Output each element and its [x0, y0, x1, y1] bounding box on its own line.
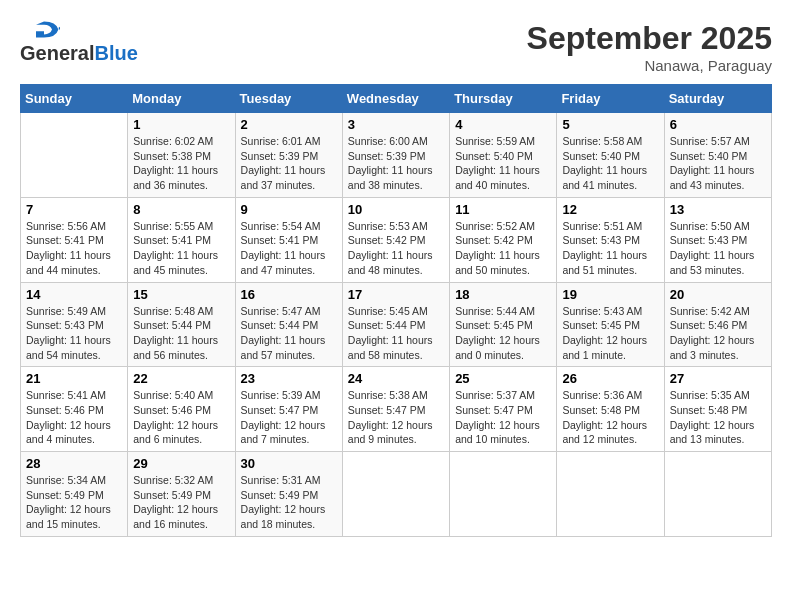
title-area: September 2025 Nanawa, Paraguay: [527, 20, 772, 74]
col-header-friday: Friday: [557, 85, 664, 113]
day-info: Sunrise: 5:40 AM Sunset: 5:46 PM Dayligh…: [133, 388, 229, 447]
day-info: Sunrise: 5:47 AM Sunset: 5:44 PM Dayligh…: [241, 304, 337, 363]
day-info: Sunrise: 5:31 AM Sunset: 5:49 PM Dayligh…: [241, 473, 337, 532]
table-row: 21Sunrise: 5:41 AM Sunset: 5:46 PM Dayli…: [21, 367, 128, 452]
day-info: Sunrise: 5:43 AM Sunset: 5:45 PM Dayligh…: [562, 304, 658, 363]
day-number: 7: [26, 202, 122, 217]
month-title: September 2025: [527, 20, 772, 57]
table-row: 6Sunrise: 5:57 AM Sunset: 5:40 PM Daylig…: [664, 113, 771, 198]
day-number: 20: [670, 287, 766, 302]
day-number: 28: [26, 456, 122, 471]
table-row: 28Sunrise: 5:34 AM Sunset: 5:49 PM Dayli…: [21, 452, 128, 537]
table-row: 23Sunrise: 5:39 AM Sunset: 5:47 PM Dayli…: [235, 367, 342, 452]
day-info: Sunrise: 5:45 AM Sunset: 5:44 PM Dayligh…: [348, 304, 444, 363]
day-info: Sunrise: 5:37 AM Sunset: 5:47 PM Dayligh…: [455, 388, 551, 447]
day-info: Sunrise: 5:58 AM Sunset: 5:40 PM Dayligh…: [562, 134, 658, 193]
svg-marker-0: [58, 24, 60, 36]
day-number: 8: [133, 202, 229, 217]
table-row: 12Sunrise: 5:51 AM Sunset: 5:43 PM Dayli…: [557, 197, 664, 282]
logo-general: General: [20, 42, 94, 65]
day-info: Sunrise: 5:35 AM Sunset: 5:48 PM Dayligh…: [670, 388, 766, 447]
table-row: 9Sunrise: 5:54 AM Sunset: 5:41 PM Daylig…: [235, 197, 342, 282]
table-row: [450, 452, 557, 537]
table-row: 2Sunrise: 6:01 AM Sunset: 5:39 PM Daylig…: [235, 113, 342, 198]
day-info: Sunrise: 5:49 AM Sunset: 5:43 PM Dayligh…: [26, 304, 122, 363]
col-header-sunday: Sunday: [21, 85, 128, 113]
day-number: 2: [241, 117, 337, 132]
day-info: Sunrise: 6:00 AM Sunset: 5:39 PM Dayligh…: [348, 134, 444, 193]
day-number: 21: [26, 371, 122, 386]
calendar-table: SundayMondayTuesdayWednesdayThursdayFrid…: [20, 84, 772, 537]
col-header-thursday: Thursday: [450, 85, 557, 113]
col-header-tuesday: Tuesday: [235, 85, 342, 113]
table-row: 15Sunrise: 5:48 AM Sunset: 5:44 PM Dayli…: [128, 282, 235, 367]
table-row: 24Sunrise: 5:38 AM Sunset: 5:47 PM Dayli…: [342, 367, 449, 452]
day-number: 19: [562, 287, 658, 302]
table-row: 7Sunrise: 5:56 AM Sunset: 5:41 PM Daylig…: [21, 197, 128, 282]
day-number: 25: [455, 371, 551, 386]
table-row: 8Sunrise: 5:55 AM Sunset: 5:41 PM Daylig…: [128, 197, 235, 282]
day-number: 24: [348, 371, 444, 386]
table-row: 27Sunrise: 5:35 AM Sunset: 5:48 PM Dayli…: [664, 367, 771, 452]
day-number: 3: [348, 117, 444, 132]
table-row: 11Sunrise: 5:52 AM Sunset: 5:42 PM Dayli…: [450, 197, 557, 282]
table-row: 26Sunrise: 5:36 AM Sunset: 5:48 PM Dayli…: [557, 367, 664, 452]
day-info: Sunrise: 5:34 AM Sunset: 5:49 PM Dayligh…: [26, 473, 122, 532]
day-info: Sunrise: 6:01 AM Sunset: 5:39 PM Dayligh…: [241, 134, 337, 193]
day-number: 12: [562, 202, 658, 217]
table-row: 16Sunrise: 5:47 AM Sunset: 5:44 PM Dayli…: [235, 282, 342, 367]
day-info: Sunrise: 5:44 AM Sunset: 5:45 PM Dayligh…: [455, 304, 551, 363]
day-number: 23: [241, 371, 337, 386]
day-number: 10: [348, 202, 444, 217]
table-row: 18Sunrise: 5:44 AM Sunset: 5:45 PM Dayli…: [450, 282, 557, 367]
day-info: Sunrise: 5:41 AM Sunset: 5:46 PM Dayligh…: [26, 388, 122, 447]
day-info: Sunrise: 5:32 AM Sunset: 5:49 PM Dayligh…: [133, 473, 229, 532]
day-info: Sunrise: 5:55 AM Sunset: 5:41 PM Dayligh…: [133, 219, 229, 278]
day-number: 22: [133, 371, 229, 386]
day-number: 18: [455, 287, 551, 302]
day-number: 5: [562, 117, 658, 132]
day-info: Sunrise: 5:36 AM Sunset: 5:48 PM Dayligh…: [562, 388, 658, 447]
table-row: 29Sunrise: 5:32 AM Sunset: 5:49 PM Dayli…: [128, 452, 235, 537]
day-number: 29: [133, 456, 229, 471]
location-subtitle: Nanawa, Paraguay: [527, 57, 772, 74]
col-header-wednesday: Wednesday: [342, 85, 449, 113]
table-row: [342, 452, 449, 537]
day-number: 13: [670, 202, 766, 217]
table-row: [557, 452, 664, 537]
table-row: 30Sunrise: 5:31 AM Sunset: 5:49 PM Dayli…: [235, 452, 342, 537]
day-number: 6: [670, 117, 766, 132]
day-info: Sunrise: 5:51 AM Sunset: 5:43 PM Dayligh…: [562, 219, 658, 278]
day-info: Sunrise: 5:59 AM Sunset: 5:40 PM Dayligh…: [455, 134, 551, 193]
col-header-saturday: Saturday: [664, 85, 771, 113]
table-row: 22Sunrise: 5:40 AM Sunset: 5:46 PM Dayli…: [128, 367, 235, 452]
day-number: 15: [133, 287, 229, 302]
day-info: Sunrise: 5:53 AM Sunset: 5:42 PM Dayligh…: [348, 219, 444, 278]
logo: GeneralBlue: [20, 20, 138, 65]
col-header-monday: Monday: [128, 85, 235, 113]
table-row: 3Sunrise: 6:00 AM Sunset: 5:39 PM Daylig…: [342, 113, 449, 198]
table-row: 14Sunrise: 5:49 AM Sunset: 5:43 PM Dayli…: [21, 282, 128, 367]
day-info: Sunrise: 5:56 AM Sunset: 5:41 PM Dayligh…: [26, 219, 122, 278]
day-info: Sunrise: 6:02 AM Sunset: 5:38 PM Dayligh…: [133, 134, 229, 193]
table-row: 10Sunrise: 5:53 AM Sunset: 5:42 PM Dayli…: [342, 197, 449, 282]
day-number: 27: [670, 371, 766, 386]
table-row: [21, 113, 128, 198]
day-number: 11: [455, 202, 551, 217]
day-info: Sunrise: 5:50 AM Sunset: 5:43 PM Dayligh…: [670, 219, 766, 278]
table-row: 13Sunrise: 5:50 AM Sunset: 5:43 PM Dayli…: [664, 197, 771, 282]
header: GeneralBlue September 2025 Nanawa, Parag…: [20, 20, 772, 74]
day-number: 14: [26, 287, 122, 302]
table-row: [664, 452, 771, 537]
day-info: Sunrise: 5:52 AM Sunset: 5:42 PM Dayligh…: [455, 219, 551, 278]
table-row: 4Sunrise: 5:59 AM Sunset: 5:40 PM Daylig…: [450, 113, 557, 198]
day-number: 26: [562, 371, 658, 386]
day-number: 9: [241, 202, 337, 217]
day-info: Sunrise: 5:54 AM Sunset: 5:41 PM Dayligh…: [241, 219, 337, 278]
day-number: 4: [455, 117, 551, 132]
logo-blue: Blue: [94, 42, 137, 65]
day-number: 17: [348, 287, 444, 302]
table-row: 20Sunrise: 5:42 AM Sunset: 5:46 PM Dayli…: [664, 282, 771, 367]
day-info: Sunrise: 5:38 AM Sunset: 5:47 PM Dayligh…: [348, 388, 444, 447]
day-number: 16: [241, 287, 337, 302]
